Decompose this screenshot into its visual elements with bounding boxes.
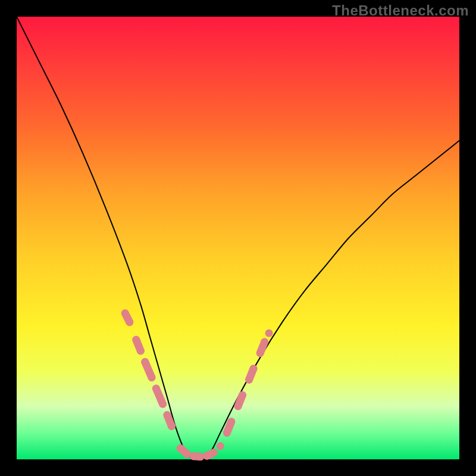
curve-dot [168, 422, 176, 430]
curve-dot [137, 347, 145, 355]
curve-dot [227, 418, 235, 425]
curve-dot [210, 449, 218, 456]
curve-dot [126, 318, 133, 326]
curve-dot [217, 442, 224, 450]
bottleneck-curve [17, 17, 459, 461]
curve-dot [265, 329, 273, 337]
watermark-text: TheBottleneck.com [332, 2, 469, 19]
chart-svg [17, 17, 459, 459]
curve-dot [261, 338, 268, 346]
bottleneck-curve-path [17, 17, 459, 461]
curve-dots [121, 309, 273, 461]
curve-dot [159, 400, 167, 408]
curve-dot [148, 374, 155, 381]
curve-dot [183, 450, 191, 458]
curve-dot [250, 365, 258, 372]
chart-frame: TheBottleneck.com [0, 0, 476, 476]
curve-dot [239, 392, 246, 399]
plot-area [17, 17, 459, 459]
curve-dot [196, 453, 204, 461]
